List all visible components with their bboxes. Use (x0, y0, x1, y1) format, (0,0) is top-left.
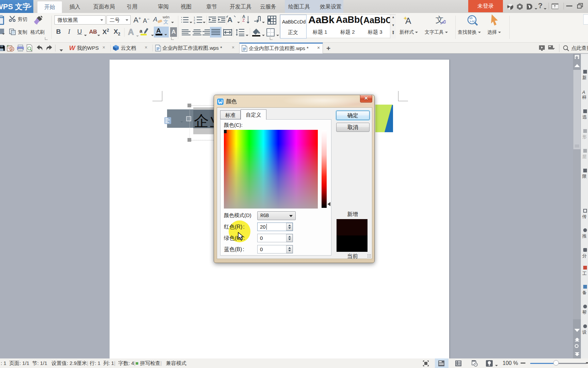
svg-text:A: A (405, 16, 411, 26)
svg-text:3: 3 (194, 21, 195, 24)
svg-text:a: a (140, 28, 143, 34)
svg-text:P: P (11, 48, 13, 51)
svg-text:↳ac: ↳ac (469, 19, 475, 23)
